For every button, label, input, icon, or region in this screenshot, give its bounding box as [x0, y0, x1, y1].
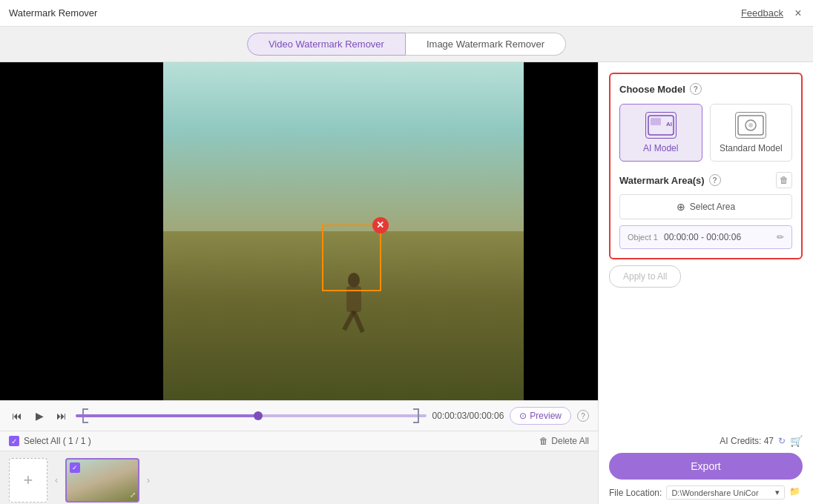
thumbnail-item[interactable]: ✓ ⤢	[65, 458, 139, 503]
select-area-label: Select Area	[690, 202, 735, 212]
ai-model-option[interactable]: AI AI Model	[619, 104, 702, 162]
watermark-trash-button[interactable]: 🗑	[776, 172, 792, 188]
delete-all-button[interactable]: 🗑 Delete All	[539, 436, 589, 446]
expand-icon: ⤢	[130, 491, 136, 499]
select-area-button[interactable]: ⊕ Select Area	[619, 194, 792, 219]
ai-model-icon: AI	[645, 112, 677, 139]
choose-model-help-icon[interactable]: ?	[690, 83, 702, 95]
export-button[interactable]: Export	[609, 453, 803, 480]
apply-all-container: Apply to All	[609, 265, 803, 288]
checkbox-icon: ✓	[9, 436, 19, 446]
credits-row: AI Credits: 47 ↻ 🛒	[609, 435, 803, 447]
standard-model-icon	[735, 112, 766, 139]
close-button[interactable]: ×	[792, 7, 804, 19]
file-location-row: File Location: D:\Wondershare UniCor ▾ 📁	[609, 485, 803, 500]
feedback-link[interactable]: Feedback	[741, 7, 783, 19]
preview-icon: ⊙	[519, 411, 527, 421]
choose-model-title: Choose Model ?	[619, 83, 792, 95]
timeline-help-icon[interactable]: ?	[577, 410, 589, 422]
thumbnail-prev-arrow[interactable]: ‹	[53, 474, 59, 487]
bottom-strip: ✓ Select All ( 1 / 1 ) 🗑 Delete All	[0, 431, 598, 451]
timeline-bar: ⏮ ▶ ⏭ 00:00:03/00:00:06 ⊙ Preview ?	[0, 400, 598, 431]
choose-model-section: Choose Model ? AI AI Model	[609, 73, 803, 259]
video-area: ✕	[0, 62, 598, 400]
svg-rect-5	[651, 118, 661, 125]
credits-label: AI Credits: 47	[720, 436, 774, 446]
timeline-background	[76, 414, 427, 417]
preview-button[interactable]: ⊙ Preview	[510, 407, 571, 425]
svg-line-2	[344, 311, 354, 330]
timeline-track[interactable]	[76, 408, 427, 423]
chevron-down-icon: ▾	[775, 488, 780, 497]
svg-point-9	[748, 123, 753, 127]
video-black-left	[0, 62, 163, 400]
play-button[interactable]: ▶	[31, 408, 47, 424]
app-title: Watermark Remover	[9, 7, 97, 19]
watermark-area-help-icon[interactable]: ?	[709, 174, 721, 186]
timeline-progress	[76, 414, 258, 417]
edit-icon[interactable]: ✏	[777, 232, 784, 242]
tab-image-watermark[interactable]: Image Watermark Remover	[406, 33, 566, 56]
object-time: 00:00:00 - 00:00:06	[664, 232, 771, 242]
thumbnail-checkbox: ✓	[70, 462, 80, 473]
standard-model-option[interactable]: Standard Model	[710, 104, 793, 162]
rewind-button[interactable]: ⏮	[9, 408, 25, 424]
select-all-checkbox[interactable]: ✓ Select All ( 1 / 1 )	[9, 436, 91, 446]
selection-box[interactable]: ✕	[322, 225, 381, 291]
trash-icon: 🗑	[539, 436, 548, 446]
thumbnail-strip: + ‹ ✓ ⤢ ›	[0, 451, 598, 504]
apply-all-button[interactable]: Apply to All	[609, 265, 681, 288]
choose-model-label: Choose Model	[619, 84, 685, 95]
video-panel: ✕ ⏮ ▶ ⏭ 00:00:	[0, 62, 598, 504]
watermark-area-label: Watermark Area(s)	[619, 175, 705, 186]
select-all-label: Select All ( 1 / 1 )	[24, 436, 91, 446]
standard-model-label: Standard Model	[720, 143, 783, 153]
video-black-right	[524, 62, 598, 400]
model-options: AI AI Model Standar	[619, 104, 792, 162]
cart-icon[interactable]: 🛒	[790, 435, 803, 447]
object-item: Object 1 00:00:00 - 00:00:06 ✏	[619, 225, 792, 249]
preview-label: Preview	[530, 411, 562, 421]
tab-bar: Video Watermark Remover Image Watermark …	[0, 27, 813, 62]
watermark-area-section: Watermark Area(s) ? 🗑 ⊕ Select Area Obje…	[619, 172, 792, 249]
thumbnail-next-arrow[interactable]: ›	[145, 474, 151, 487]
title-bar-controls: Feedback ×	[741, 7, 804, 19]
add-media-button[interactable]: +	[9, 458, 47, 503]
file-location-label: File Location:	[609, 488, 662, 498]
file-location-value: D:\Wondershare UniCor	[671, 488, 758, 497]
file-location-select[interactable]: D:\Wondershare UniCor ▾	[666, 485, 785, 500]
watermark-area-title: Watermark Area(s) ?	[619, 174, 721, 186]
crosshair-icon: ⊕	[677, 201, 685, 213]
right-panel: Choose Model ? AI AI Model	[598, 62, 813, 504]
title-bar: Watermark Remover Feedback ×	[0, 0, 813, 27]
tab-video-watermark[interactable]: Video Watermark Remover	[247, 33, 406, 56]
watermark-header: Watermark Area(s) ? 🗑	[619, 172, 792, 188]
ai-model-label: AI Model	[643, 143, 678, 153]
right-bottom: AI Credits: 47 ↻ 🛒 Export File Location:…	[609, 435, 803, 500]
timeline-thumb[interactable]	[254, 411, 263, 420]
folder-icon[interactable]: 📁	[789, 486, 803, 500]
refresh-icon[interactable]: ↻	[778, 436, 786, 446]
forward-button[interactable]: ⏭	[53, 408, 70, 424]
video-image-main: ✕	[163, 62, 524, 400]
svg-text:AI: AI	[666, 121, 672, 127]
timeline-right-bracket	[413, 408, 419, 423]
time-display: 00:00:03/00:00:06	[432, 411, 504, 421]
object-label: Object 1	[628, 233, 658, 242]
svg-line-3	[354, 311, 363, 332]
delete-all-label: Delete All	[551, 436, 589, 446]
main-content: ✕ ⏮ ▶ ⏭ 00:00:	[0, 62, 813, 504]
selection-close-button[interactable]: ✕	[372, 217, 389, 233]
